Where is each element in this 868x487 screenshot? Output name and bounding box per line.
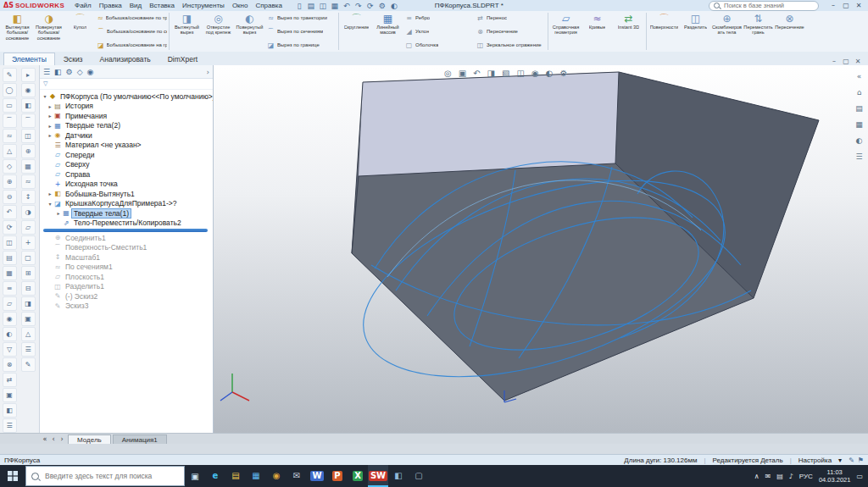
toolbar-icon[interactable]: ▽ bbox=[3, 342, 17, 357]
view-orientation-icon[interactable]: ▧ bbox=[502, 69, 509, 78]
menu-item[interactable]: Инструменты bbox=[179, 2, 228, 9]
ribbon-tab[interactable]: Элементы bbox=[3, 53, 55, 65]
toolbar-icon[interactable]: ⊕ bbox=[3, 174, 17, 189]
tree-item[interactable]: ▾ ◆ ПФКорпуса (По умолчанию<<По умолчани… bbox=[40, 91, 213, 102]
scene-settings-icon[interactable]: ⚙ bbox=[559, 69, 567, 78]
maximize-icon[interactable]: ▢ bbox=[840, 1, 852, 11]
ribbon-button[interactable]: ▦ Линейный массив bbox=[372, 11, 403, 52]
toolbar-icon[interactable]: ▦ bbox=[21, 159, 36, 174]
expand-pane-icon[interactable]: « bbox=[857, 72, 862, 80]
toolbar-icon[interactable]: ◉ bbox=[3, 312, 17, 326]
tree-item[interactable]: ▱ Спереди bbox=[40, 150, 213, 160]
toolbar-icon[interactable]: ▣ bbox=[3, 388, 17, 402]
tree-item[interactable]: ☰ Материал <не указан> bbox=[40, 141, 213, 151]
taskbar-app-icon[interactable]: W bbox=[307, 465, 327, 487]
toolbar-icon[interactable]: ◉ bbox=[21, 83, 36, 97]
ribbon-button[interactable]: ◫ Разделить bbox=[680, 11, 711, 52]
tree-item[interactable]: ↕ Масштаб1 bbox=[40, 252, 213, 263]
ribbon-button[interactable]: ≈ Бобышка/основание по траектории bbox=[96, 11, 167, 25]
tree-item[interactable]: ⊕ Соединить1 bbox=[40, 233, 213, 243]
minimize-icon[interactable]: – bbox=[827, 1, 839, 11]
toolbar-icon[interactable]: ⌒ bbox=[21, 113, 36, 128]
ribbon-button[interactable]: ◪ Вырез по границе bbox=[265, 38, 337, 52]
menu-item[interactable]: Окно bbox=[229, 2, 252, 9]
toolbar-icon[interactable]: ⊟ bbox=[21, 281, 36, 296]
dimxpert-manager-tab-icon[interactable]: ◇ bbox=[77, 68, 83, 76]
tree-item[interactable]: ▱ Плоскость1 bbox=[40, 272, 213, 282]
tree-item[interactable]: ▱ Справа bbox=[40, 169, 213, 180]
view-palette-icon[interactable]: ▦ bbox=[855, 120, 863, 129]
ribbon-button[interactable]: ⌒ Скругление bbox=[341, 11, 372, 52]
toolbar-icon[interactable]: ◑ bbox=[21, 205, 36, 219]
tray-volume-icon[interactable]: ♪ bbox=[789, 473, 793, 480]
expand-arrow-icon[interactable]: ▸ bbox=[47, 191, 53, 196]
toolbar-icon[interactable]: ◐ bbox=[3, 327, 17, 341]
display-settings-icon[interactable]: ◐ bbox=[389, 1, 399, 11]
ribbon-button[interactable]: ◐ Повернутый вырез bbox=[234, 11, 265, 52]
expand-arrow-icon[interactable]: ▸ bbox=[47, 113, 53, 119]
toolbar-icon[interactable]: + bbox=[21, 235, 36, 250]
design-library-icon[interactable]: ▤ bbox=[855, 104, 863, 113]
ribbon-button[interactable]: ⌒ Купол bbox=[64, 11, 96, 52]
expand-arrow-icon[interactable]: ▾ bbox=[47, 201, 53, 207]
model-back-wall[interactable] bbox=[359, 72, 619, 176]
ribbon-button[interactable]: ⌒ Поверхности bbox=[648, 11, 680, 52]
panel-expand-icon[interactable]: › bbox=[206, 68, 209, 76]
toolbar-icon[interactable]: ▱ bbox=[3, 296, 17, 311]
ribbon-button[interactable]: ⇄ Instant 3D bbox=[613, 11, 644, 52]
new-file-icon[interactable]: ▯ bbox=[294, 1, 304, 11]
tree-item[interactable]: ⇗ Тело-Переместить/Копировать2 bbox=[40, 219, 213, 229]
taskbar-search[interactable] bbox=[25, 466, 185, 486]
toolbar-icon[interactable]: ▱ bbox=[21, 220, 36, 235]
tree-item[interactable]: ▱ Сверху bbox=[40, 160, 213, 170]
toolbar-icon[interactable]: ▦ bbox=[3, 266, 17, 280]
toolbar-icon[interactable]: ◫ bbox=[3, 235, 17, 250]
ribbon-button[interactable] bbox=[169, 13, 170, 50]
print-icon[interactable]: ▦ bbox=[330, 1, 340, 11]
toolbar-icon[interactable]: ⊗ bbox=[3, 357, 17, 372]
ribbon-button[interactable]: ⇄ Перенос bbox=[475, 11, 546, 25]
taskbar-app-icon[interactable]: e bbox=[205, 465, 225, 487]
knowledge-search-input[interactable] bbox=[722, 1, 804, 10]
resources-icon[interactable]: ⌂ bbox=[857, 88, 862, 97]
tray-network-icon[interactable]: ▤ bbox=[776, 473, 783, 480]
tree-item[interactable]: ▸ ◧ Бобышка-Вытянуть1 bbox=[40, 189, 213, 199]
toolbar-icon[interactable]: ▸ bbox=[21, 68, 36, 82]
ribbon-button[interactable] bbox=[338, 13, 339, 50]
ribbon-button[interactable]: ⊕ Скомбинировать тела bbox=[711, 11, 743, 52]
ribbon-button[interactable]: ≈ Вырез по траектории bbox=[265, 11, 337, 25]
toolbar-icon[interactable]: ◧ bbox=[21, 98, 36, 113]
redo-icon[interactable]: ↷ bbox=[353, 1, 364, 11]
ribbon-button[interactable]: ≈ Кривые bbox=[581, 11, 613, 52]
taskbar-app-icon[interactable]: ◧ bbox=[388, 465, 409, 487]
toolbar-icon[interactable]: ✎ bbox=[21, 357, 36, 372]
start-button[interactable] bbox=[0, 465, 25, 487]
expand-arrow-icon[interactable]: ▸ bbox=[47, 123, 53, 129]
task-view-icon[interactable]: ▣ bbox=[185, 472, 205, 481]
expand-arrow-icon[interactable]: ▾ bbox=[42, 93, 48, 99]
tree-item[interactable]: + Исходная точка bbox=[40, 180, 213, 190]
ribbon-button[interactable]: ⌒ Вырез по сечениям bbox=[265, 25, 337, 38]
ribbon-button[interactable]: ◎ Отверстие под крепеж bbox=[203, 11, 234, 52]
ribbon-tab[interactable]: DimXpert bbox=[159, 53, 206, 65]
ribbon-button[interactable]: ◨ Вытянутый вырез bbox=[171, 11, 203, 52]
language-indicator[interactable]: РУС bbox=[799, 473, 813, 480]
taskbar-app-icon[interactable]: ▦ bbox=[246, 465, 266, 487]
ribbon-button[interactable]: ◪ Бобышка/основание на границе bbox=[96, 38, 167, 52]
ribbon-tab[interactable]: Анализировать bbox=[92, 53, 159, 65]
ribbon-button[interactable]: ⌒ Бобышка/основание по сечениям bbox=[96, 25, 167, 38]
expand-arrow-icon[interactable]: ▸ bbox=[47, 103, 53, 109]
ribbon-button[interactable]: ≡ Ребро bbox=[403, 11, 475, 25]
edit-appearance-icon[interactable]: ◐ bbox=[546, 69, 554, 78]
knowledge-search[interactable] bbox=[709, 1, 819, 11]
model-3d[interactable] bbox=[214, 65, 868, 433]
toolbar-icon[interactable]: ≈ bbox=[3, 129, 17, 143]
save-icon[interactable]: ◫ bbox=[318, 1, 328, 11]
clock[interactable]: 11:03 04.03.2021 bbox=[819, 468, 851, 484]
filter-icon[interactable]: ▽ bbox=[43, 80, 47, 87]
display-style-icon[interactable]: ◫ bbox=[516, 69, 524, 78]
hide-show-items-icon[interactable]: ◉ bbox=[531, 69, 539, 78]
menu-item[interactable]: Справка bbox=[252, 2, 285, 9]
edit-status-icon[interactable]: ✎ bbox=[849, 457, 854, 464]
toolbar-icon[interactable]: ↶ bbox=[3, 205, 17, 219]
